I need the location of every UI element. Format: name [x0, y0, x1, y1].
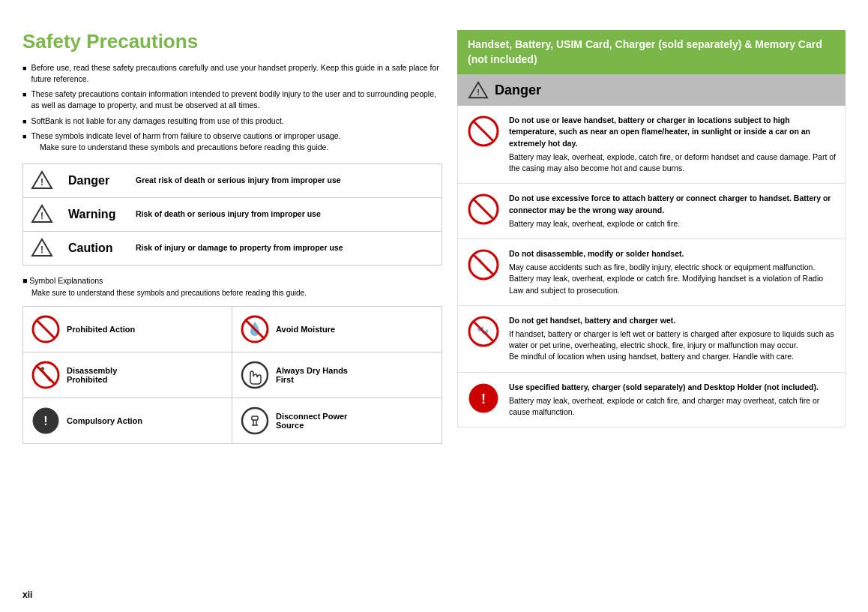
warning-label: Warning — [61, 197, 128, 231]
danger-item-text: Do not get handset, battery and charger … — [509, 315, 836, 363]
page-number: xii — [22, 590, 32, 600]
bullet-item: SoftBank is not liable for any damages r… — [22, 116, 442, 127]
danger-item-text: Do not use excessive force to attach bat… — [509, 193, 836, 230]
danger-items-list: Do not use or leave handset, battery or … — [457, 106, 846, 428]
bullet-list: Before use, read these safety precaution… — [22, 62, 442, 153]
dry-hands-label: Always Dry HandsFirst — [276, 366, 348, 384]
table-row: ! Danger Great risk of death or serious … — [23, 164, 442, 197]
compulsory-info-icon: ! — [467, 382, 500, 415]
warning-desc: Risk of death or serious injury from imp… — [128, 197, 442, 231]
disconnect-label: Disconnect PowerSource — [276, 412, 347, 430]
svg-text:!: ! — [40, 177, 43, 188]
caution-triangle-icon: ! — [31, 238, 53, 257]
prohibited-label: Prohibited Action — [67, 325, 135, 334]
svg-line-30 — [473, 254, 494, 275]
symbol-row: ! Compulsory Action Disco — [23, 398, 441, 443]
danger-item: Do not use or leave handset, battery or … — [458, 106, 845, 184]
avoid-moisture-cell: Avoid Moisture — [232, 307, 441, 352]
danger-item: Do not use excessive force to attach bat… — [458, 184, 845, 239]
symbol-section: ■ Symbol Explanations Make sure to under… — [22, 276, 442, 444]
danger-item: Do not get handset, battery and charger … — [458, 306, 845, 373]
svg-text:!: ! — [40, 244, 43, 255]
svg-text:!: ! — [477, 88, 480, 97]
svg-text:!: ! — [481, 392, 486, 406]
page-footer: xii — [0, 584, 868, 612]
danger-header-icon: ! — [468, 80, 489, 100]
danger-item-bold: Use specified battery, charger (sold sep… — [509, 382, 836, 393]
bullet-item: Before use, read these safety precaution… — [22, 62, 442, 84]
table-row: ! Warning Risk of death or serious injur… — [23, 197, 442, 231]
danger-item-text: Use specified battery, charger (sold sep… — [509, 382, 836, 418]
dry-hands-icon — [240, 360, 270, 390]
no-wet-icon — [467, 315, 500, 348]
disassembly-label: DisassemblyProhibited — [67, 366, 117, 384]
svg-text:!: ! — [43, 415, 47, 428]
right-column: Handset, Battery, USIM Card, Charger (so… — [457, 30, 846, 568]
danger-item-bold: Do not use or leave handset, battery or … — [509, 115, 836, 149]
right-section-header: Handset, Battery, USIM Card, Charger (so… — [457, 30, 846, 74]
disassembly-prohibited-cell: DisassemblyProhibited — [23, 352, 232, 398]
danger-item: Do not disassemble, modify or solder han… — [458, 239, 845, 306]
danger-item-bold: Do not get handset, battery and charger … — [509, 315, 836, 326]
level-table: ! Danger Great risk of death or serious … — [22, 164, 442, 266]
danger-icon-cell: ! — [23, 164, 61, 197]
symbol-row: DisassemblyProhibited Always Dry HandsFi… — [23, 352, 441, 398]
compulsory-label: Compulsory Action — [67, 416, 142, 425]
dry-hands-cell: Always Dry HandsFirst — [232, 352, 441, 398]
bullet-item: These safety precautions contain informa… — [22, 88, 442, 110]
caution-icon-cell: ! — [23, 231, 61, 265]
bullet-item: These symbols indicate level of harm fro… — [22, 130, 442, 152]
svg-text:!: ! — [40, 211, 43, 221]
danger-item: ! Use specified battery, charger (sold s… — [458, 373, 845, 428]
avoid-moisture-label: Avoid Moisture — [276, 325, 335, 334]
no-disassemble-icon — [467, 248, 500, 281]
svg-line-27 — [473, 199, 494, 220]
svg-rect-18 — [252, 416, 258, 420]
svg-point-17 — [242, 408, 268, 434]
caution-label: Caution — [61, 231, 128, 265]
danger-desc: Great risk of death or serious injury fr… — [128, 164, 442, 197]
no-use-icon — [467, 115, 500, 148]
danger-item-text: Do not use or leave handset, battery or … — [509, 115, 836, 174]
page-title: Safety Precautions — [22, 30, 442, 53]
symbol-header: ■ Symbol Explanations — [22, 276, 442, 285]
disconnect-power-icon — [240, 406, 270, 436]
warning-triangle-icon: ! — [31, 204, 53, 224]
disconnect-power-cell: Disconnect PowerSource — [232, 398, 441, 443]
danger-triangle-icon: ! — [31, 170, 53, 190]
compulsory-action-icon: ! — [31, 406, 61, 436]
disassembly-icon — [31, 360, 61, 390]
svg-line-25 — [473, 121, 494, 142]
danger-section-label: Danger — [495, 82, 541, 98]
prohibited-action-cell: Prohibited Action — [23, 307, 232, 352]
danger-section-header: ! Danger — [457, 74, 846, 106]
compulsory-action-cell: ! Compulsory Action — [23, 398, 232, 443]
svg-line-13 — [36, 365, 55, 385]
danger-label: Danger — [61, 164, 128, 197]
prohibited-icon — [31, 314, 61, 344]
danger-item-bold: Do not disassemble, modify or solder han… — [509, 248, 836, 260]
danger-item-text: Do not disassemble, modify or solder han… — [509, 248, 836, 296]
left-column: Safety Precautions Before use, read thes… — [22, 30, 442, 568]
svg-line-32 — [473, 321, 494, 342]
avoid-moisture-icon — [240, 314, 270, 344]
symbol-row: Prohibited Action Avoid Moisture — [23, 307, 441, 352]
symbol-note: Make sure to understand these symbols an… — [31, 288, 442, 298]
svg-line-7 — [37, 320, 55, 338]
symbol-grid: Prohibited Action Avoid Moisture — [22, 306, 442, 444]
danger-item-bold: Do not use excessive force to attach bat… — [509, 193, 836, 215]
warning-icon-cell: ! — [23, 197, 61, 231]
no-force-icon — [467, 193, 500, 226]
table-row: ! Caution Risk of injury or damage to pr… — [23, 231, 442, 265]
caution-desc: Risk of injury or damage to property fro… — [128, 231, 442, 265]
